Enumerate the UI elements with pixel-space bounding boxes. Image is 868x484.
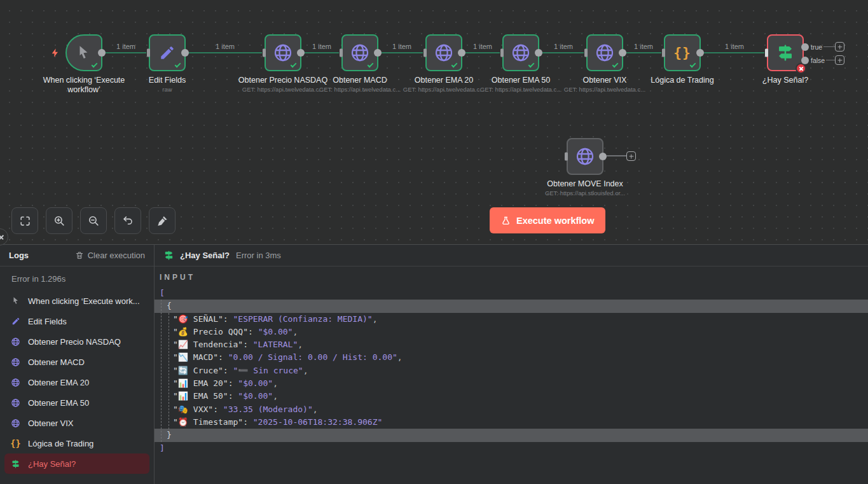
output-port[interactable] [297,49,305,57]
details-node-name: ¿Hay Señal? [180,251,230,260]
node-box[interactable] [341,34,378,71]
node-box[interactable] [567,138,603,175]
input-port[interactable] [424,49,427,57]
input-port[interactable] [500,49,504,57]
node-obtener-ema-20: Obtener EMA 20 GET: https://api.twelveda… [425,34,462,71]
output-port[interactable] [535,49,542,57]
log-item[interactable]: {} Lógica de Trading [4,433,149,453]
node-box[interactable] [265,34,301,71]
log-item[interactable]: When clicking ‘Execute work... [4,291,149,311]
node-edit-fields: Edit Fields raw [149,34,186,71]
json-key: "📊 EMA 20": [173,378,233,388]
input-port[interactable] [565,153,568,161]
panel-collapse-button[interactable] [0,228,8,245]
log-item[interactable]: Obtener MACD [4,352,149,372]
fit-view-button[interactable] [11,207,38,234]
tidy-up-button[interactable] [149,207,176,234]
output-port[interactable] [98,49,106,57]
globe-icon [11,357,20,367]
output-port[interactable] [374,49,382,57]
execute-workflow-button[interactable]: Execute workflow [490,207,605,233]
input-port[interactable] [263,49,266,57]
node-box[interactable] [149,34,186,71]
clear-execution-button[interactable]: Clear execution [75,251,145,260]
node-box[interactable]: {} [664,34,701,71]
code-braces-icon: {} [10,438,20,448]
node-box[interactable] [767,34,804,71]
output-port[interactable] [181,49,189,57]
log-item[interactable]: Obtener EMA 50 [4,392,149,413]
code-braces-icon: {} [673,45,691,60]
json-value: "ESPERAR (Confianza: MEDIA)" [233,314,373,324]
json-value: "2025-10-06T18:32:38.906Z" [253,417,383,427]
output-port[interactable] [801,57,809,64]
zoom-out-icon [88,215,100,227]
zoom-in-icon [53,215,65,227]
globe-icon [511,43,531,63]
node-when-clicking-execute-workflow: When clicking ‘Execute workflow’ [65,34,102,71]
workflow-canvas[interactable]: 1 item 1 item 1 item 1 item 1 item 1 ite… [0,0,868,244]
globe-icon [595,43,615,63]
json-open-object: { [155,300,868,312]
indent-guide [169,313,169,429]
add-node-button[interactable] [835,55,844,65]
json-row: "⏰ Timestamp": "2025-10-06T18:32:38.906Z… [155,416,868,429]
globe-icon [575,146,595,167]
output-port[interactable] [696,49,704,57]
logs-title: Logs [9,251,29,260]
connection[interactable] [704,52,764,53]
add-node-button[interactable] [626,151,636,161]
json-row: "📉 MACD": "0.00 / Signal: 0.00 / Hist: 0… [155,351,868,364]
log-item-label: Lógica de Trading [28,439,93,448]
globe-icon [273,43,293,63]
node-obtener-macd: Obtener MACD GET: https://api.twelvedata… [341,34,378,71]
input-port[interactable] [662,49,665,57]
output-port[interactable] [801,43,809,51]
output-port[interactable] [458,49,465,57]
log-item-label: Edit Fields [28,317,67,326]
log-item[interactable]: Obtener EMA 20 [4,372,149,392]
globe-icon [11,378,20,387]
zoom-out-button[interactable] [80,207,107,234]
input-port[interactable] [584,49,588,57]
success-check-icon [690,62,696,68]
json-value: "$0.00" [238,378,273,388]
connection[interactable] [305,52,339,53]
connection[interactable] [626,52,661,53]
input-port[interactable] [765,49,768,57]
connection[interactable] [382,52,423,53]
node-logica-de-trading: {} Lógica de Trading [664,34,701,71]
log-item-selected[interactable]: ¿Hay Señal? [4,453,149,474]
input-port[interactable] [340,49,343,57]
json-value: "0.00 / Signal: 0.00 / Hist: 0.00" [228,352,397,362]
node-label: Edit Fields [110,76,224,85]
cursor-icon [11,296,20,305]
connection[interactable] [189,52,262,53]
globe-icon [11,418,20,428]
branch-output-false: false [801,55,844,65]
log-item[interactable]: Obtener Precio NASDAQ [4,331,149,352]
connection[interactable] [465,52,500,53]
log-item[interactable]: Edit Fields [4,311,149,331]
output-port[interactable] [599,153,607,160]
switch-signpost-icon [11,459,20,469]
output-port[interactable] [619,49,626,57]
input-port[interactable] [147,49,150,57]
json-key: "⏰ Timestamp": [173,417,248,427]
node-box[interactable] [65,34,102,71]
undo-button[interactable] [114,207,141,234]
node-box[interactable] [502,34,539,71]
node-obtener-ema-50: Obtener EMA 50 GET: https://api.twelveda… [502,34,539,71]
node-box[interactable] [425,34,462,71]
log-list: When clicking ‘Execute work... Edit Fiel… [0,287,154,474]
zoom-in-button[interactable] [46,207,72,234]
connection[interactable] [542,52,584,53]
json-row: "💰 Precio QQQ": "$0.00", [155,326,868,338]
log-item[interactable]: Obtener VIX [4,413,149,433]
connection[interactable] [106,52,146,53]
cursor-icon [76,45,92,61]
success-check-icon [92,62,98,68]
node-box[interactable] [586,34,623,71]
connection [823,46,835,48]
add-node-button[interactable] [835,42,844,52]
